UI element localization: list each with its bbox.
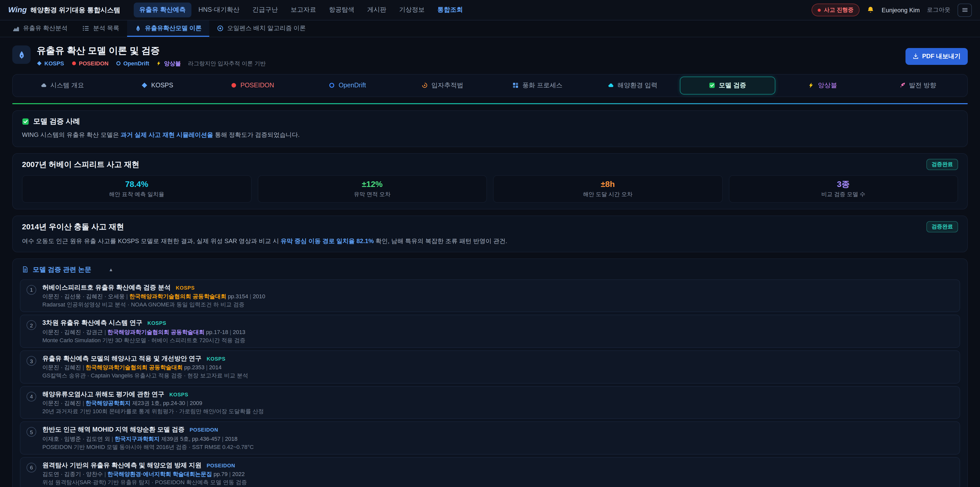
section-tab[interactable]: 모델 검증 <box>680 77 775 94</box>
paper-authors: 이문진 · 김혜진 <box>42 400 81 406</box>
sub-tab[interactable]: 오일펜스 배치 알고리즘 이론 <box>209 21 313 37</box>
paper-number: 1 <box>27 285 36 295</box>
sub-tab[interactable]: 분석 목록 <box>75 21 127 37</box>
separator: | <box>83 400 84 406</box>
separator: | <box>104 329 106 335</box>
paper-body: 3차원 유출유 확산예측 시스템 연구 KOSPS 이문진 · 김혜진 · 강권… <box>42 319 953 343</box>
paper-detail: pp.79 <box>213 471 228 477</box>
section-tab[interactable]: POSEIDON <box>205 77 300 93</box>
paper-row[interactable]: 4 해양유류오염사고 위해도 평가에 관한 연구 KOSPS 이문진 · 김혜진… <box>20 386 960 419</box>
section-tab-bar: 시스템 개요 KOSPS POSEIDON OpenDrift <box>12 74 968 97</box>
grid-icon <box>513 82 519 88</box>
model-badge[interactable]: KOSPS <box>37 60 64 66</box>
nav-item[interactable]: 게시판 <box>362 3 392 18</box>
section-tab[interactable]: 시스템 개요 <box>15 77 110 94</box>
paper-detail: pp.3154 <box>228 294 248 300</box>
section-tab-label: 앙상블 <box>818 81 837 89</box>
section-tab[interactable]: 해양환경 입력 <box>585 77 680 94</box>
notification-bell-icon[interactable] <box>867 6 875 14</box>
papers-header: 모델 검증 관련 논문 ▲ <box>20 264 960 275</box>
stat-box: 78.4% 해안 표착 예측 일치율 <box>22 175 251 203</box>
swirl-icon <box>422 82 428 88</box>
nav-item[interactable]: HNS·대기확산 <box>193 3 245 18</box>
nav-item[interactable]: 통합조회 <box>432 3 469 18</box>
model-badge[interactable]: POSEIDON <box>71 60 108 66</box>
separator: | <box>229 471 231 477</box>
nav-item-label: 유출유 확산예측 <box>139 6 186 13</box>
bolt-icon <box>156 61 162 66</box>
app-window: Wing 해양환경 위기대응 통합시스템 유출유 확산예측 HNS·대기확산 긴… <box>0 0 980 487</box>
cloud-icon <box>41 82 47 88</box>
diamond-icon <box>37 61 42 66</box>
collapse-arrow-icon[interactable]: ▲ <box>109 267 113 272</box>
paper-authors: 이문진 · 김혜진 · 강권근 <box>42 329 103 335</box>
stat-label: 비교 검증 모델 수 <box>731 190 956 198</box>
logout-link[interactable]: 로그아웃 <box>927 6 950 14</box>
sub-tab[interactable]: 유출유 확산분석 <box>5 21 75 37</box>
page-subtitle-row: KOSPS POSEIDON OpenDrift <box>37 59 266 67</box>
model-badges: KOSPS POSEIDON OpenDrift <box>37 59 181 67</box>
paper-row[interactable]: 3 유출유 확산예측 모델의 해양사고 적용 및 개선방안 연구 KOSPS 이… <box>20 350 960 383</box>
nav-item[interactable]: 기상정보 <box>393 3 430 18</box>
nav-item-label: 기상정보 <box>399 6 425 13</box>
nav-item[interactable]: 보고자료 <box>285 3 322 18</box>
paper-journal[interactable]: 한국해양공학회지 <box>86 400 130 406</box>
paper-title: 원격탐사 기반의 유출유 확산예측 및 해양오염 방제 지원 <box>42 461 202 469</box>
model-badge[interactable]: OpenDrift <box>116 60 149 66</box>
paper-year: 2013 <box>233 329 245 335</box>
validation-text-link[interactable]: 과거 실제 사고 재현 시뮬레이션을 <box>121 131 213 138</box>
nav-item[interactable]: 유출유 확산예측 <box>134 3 191 18</box>
paper-title-row: 허베이스피리트호 유출유 확산예측 검증 분석 KOSPS <box>42 284 953 291</box>
paper-meta: 이재호 · 임병준 · 김도연 외 | 한국지구과학회지 제39권 5호, pp… <box>42 436 953 442</box>
section-tab-label: 시스템 개요 <box>50 81 84 89</box>
paper-title-row: 한반도 인근 해역 MOHID 지역 해양순환 모델 검증 POSEIDON <box>42 426 953 433</box>
case-2007-card: 2007년 허베이 스피리트 사고 재현 검증완료 78.4% 해안 표착 예측… <box>12 153 968 209</box>
paper-row[interactable]: 5 한반도 인근 해역 MOHID 지역 해양순환 모델 검증 POSEIDON… <box>20 422 960 454</box>
sub-tab[interactable]: 유출유확산모델 이론 <box>127 21 209 37</box>
stat-value: ±8h <box>496 179 720 189</box>
paper-row[interactable]: 1 허베이스피리트호 유출유 확산예측 검증 분석 KOSPS 이문진 · 김선… <box>20 279 960 312</box>
section-tab[interactable]: 앙상블 <box>775 77 870 94</box>
sub-tab-label: 오일펜스 배치 알고리즘 이론 <box>227 24 306 32</box>
gradient-divider <box>12 103 968 104</box>
papers-card: 모델 검증 관련 논문 ▲ 1 허베이스피리트호 유출유 확산예측 검증 분석 … <box>12 259 968 487</box>
nav-item-label: 긴급구난 <box>252 6 278 13</box>
verified-badge: 검증완료 <box>926 158 958 170</box>
paper-number: 2 <box>27 321 36 330</box>
paper-title: 한반도 인근 해역 MOHID 지역 해양순환 모델 검증 <box>42 426 185 433</box>
case-2014-text-post: 확인, 남해 특유의 복잡한 조류 패턴 반영이 관건. <box>374 238 508 245</box>
model-badge-label: OpenDrift <box>123 60 149 66</box>
section-tab[interactable]: 입자추적법 <box>395 77 490 94</box>
paper-row[interactable]: 2 3차원 유출유 확산예측 시스템 연구 KOSPS 이문진 · 김혜진 · … <box>20 315 960 348</box>
nav-item-label: HNS·대기확산 <box>199 6 240 13</box>
main-content: 유출유 확산 모델 이론 및 검증 KOSPS POSEIDON <box>0 37 980 487</box>
ring-icon <box>329 82 335 88</box>
paper-journal[interactable]: 한국해양과학기술협의회 공동학술대회 <box>107 329 204 335</box>
nav-item[interactable]: 긴급구난 <box>247 3 283 18</box>
paper-meta: 김도연 · 김종기 · 양찬수 | 한국해양환경·에너지학회 학술대회논문집 p… <box>42 471 953 477</box>
paper-number: 5 <box>27 427 36 437</box>
section-tab[interactable]: KOSPS <box>110 77 205 93</box>
stat-box: 3종 비교 검증 모델 수 <box>729 175 958 203</box>
case-2007-header: 2007년 허베이 스피리트 사고 재현 검증완료 <box>22 158 958 170</box>
paper-title-row: 유출유 확산예측 모델의 해양사고 적용 및 개선방안 연구 KOSPS <box>42 355 953 362</box>
hamburger-menu-button[interactable] <box>958 3 972 17</box>
case-2007-stats: 78.4% 해안 표착 예측 일치율 ±12% 유막 면적 오차 ±8h 해안 … <box>22 175 958 203</box>
paper-journal[interactable]: 한국해양환경·에너지학회 학술대회논문집 <box>107 471 212 477</box>
section-tab[interactable]: OpenDrift <box>300 77 395 93</box>
brand[interactable]: Wing 해양환경 위기대응 통합시스템 <box>8 5 121 15</box>
nav-item[interactable]: 항공탐색 <box>323 3 360 18</box>
paper-journal[interactable]: 한국해양과학기술협의회 공동학술대회 <box>129 294 226 300</box>
paper-journal[interactable]: 한국지구과학회지 <box>115 436 159 442</box>
section-tab[interactable]: 발전 방향 <box>870 77 965 94</box>
paper-journal[interactable]: 한국해양과학기술협의회 공동학술대회 <box>86 364 183 370</box>
model-badge[interactable]: 앙상블 <box>156 59 181 67</box>
section-tab-label: 입자추적법 <box>431 81 463 89</box>
section-tab[interactable]: 풍화 프로세스 <box>490 77 585 94</box>
pdf-export-button[interactable]: PDF 내보내기 <box>905 48 968 65</box>
separator: | <box>187 400 188 406</box>
incident-status-badge[interactable]: 사고 진행중 <box>811 3 859 16</box>
paper-number: 4 <box>27 391 36 401</box>
case-2014-text-link[interactable]: 유막 중심 이동 경로 일치율 82.1% <box>280 238 374 245</box>
paper-row[interactable]: 6 원격탐사 기반의 유출유 확산예측 및 해양오염 방제 지원 POSEIDO… <box>20 457 960 487</box>
